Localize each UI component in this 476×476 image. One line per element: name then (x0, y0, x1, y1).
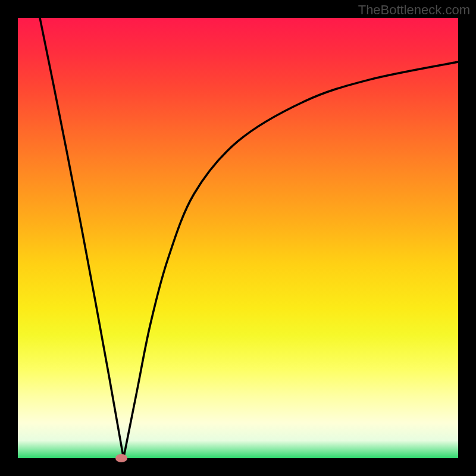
plot-area (18, 18, 458, 458)
watermark-text: TheBottleneck.com (358, 2, 470, 18)
optimum-marker (115, 454, 127, 462)
bottleneck-curve (18, 18, 458, 458)
chart-frame: TheBottleneck.com (0, 0, 476, 476)
